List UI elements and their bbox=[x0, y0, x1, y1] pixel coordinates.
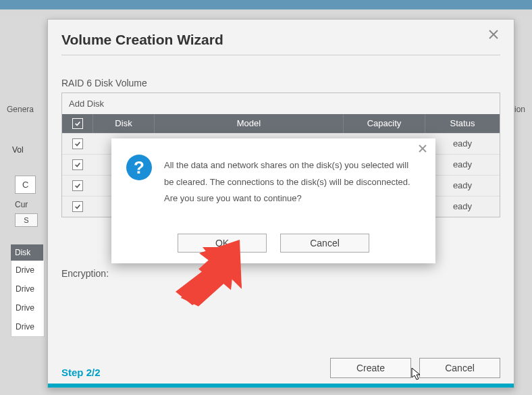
bg-drive-row: Drive bbox=[11, 280, 45, 299]
row-checkbox[interactable] bbox=[72, 180, 83, 191]
row-status: eady bbox=[425, 134, 500, 154]
create-button[interactable]: Create bbox=[330, 358, 411, 378]
bg-s-button: S bbox=[15, 213, 38, 227]
app-background: Genera ation Vol C Cur S Disk Drive Driv… bbox=[0, 0, 532, 395]
cancel-button[interactable]: Cancel bbox=[280, 234, 369, 253]
select-all-checkbox[interactable] bbox=[62, 114, 93, 133]
row-checkbox[interactable] bbox=[72, 159, 83, 170]
close-icon[interactable] bbox=[418, 144, 429, 155]
row-checkbox[interactable] bbox=[72, 201, 83, 212]
row-status: eady bbox=[425, 155, 500, 175]
bg-topbar bbox=[0, 0, 532, 9]
step-indicator: Step 2/2 bbox=[61, 367, 101, 378]
add-disk-label: Add Disk bbox=[62, 93, 500, 114]
table-header: Disk Model Capacity Status bbox=[62, 114, 500, 133]
bg-disk-header: Disk bbox=[11, 244, 43, 261]
divider bbox=[61, 55, 500, 55]
confirm-message: All the data and network shares on the d… bbox=[164, 157, 415, 207]
close-icon[interactable] bbox=[488, 29, 502, 43]
row-status: eady bbox=[425, 196, 500, 217]
confirm-buttons: OK Cancel bbox=[111, 234, 435, 253]
bg-c-button: C bbox=[15, 176, 36, 194]
bg-general-label: Genera bbox=[7, 105, 34, 114]
col-status: Status bbox=[425, 114, 500, 133]
bg-drive-row: Drive bbox=[11, 298, 45, 318]
row-checkbox[interactable] bbox=[72, 138, 83, 149]
ok-button[interactable]: OK bbox=[178, 234, 267, 253]
row-status: eady bbox=[425, 176, 500, 196]
question-icon: ? bbox=[126, 155, 152, 180]
col-disk: Disk bbox=[93, 114, 155, 133]
bg-vol-tab: Vol bbox=[12, 145, 24, 155]
cancel-button[interactable]: Cancel bbox=[419, 358, 500, 378]
wizard-title: Volume Creation Wizard bbox=[61, 32, 223, 48]
confirm-dialog: ? All the data and network shares on the… bbox=[111, 138, 435, 263]
bg-topbar-2 bbox=[0, 9, 532, 16]
col-model: Model bbox=[155, 114, 344, 133]
volume-type-label: RAID 6 Disk Volume bbox=[61, 78, 147, 88]
wizard-footer: Create Cancel bbox=[330, 358, 500, 378]
bg-cur-label: Cur bbox=[15, 200, 28, 209]
bg-drive-row: Drive bbox=[11, 317, 45, 337]
accent-bar bbox=[48, 384, 514, 388]
encryption-label: Encryption: bbox=[61, 268, 109, 279]
bg-drive-row: Drive bbox=[11, 261, 45, 280]
col-capacity: Capacity bbox=[344, 114, 425, 133]
